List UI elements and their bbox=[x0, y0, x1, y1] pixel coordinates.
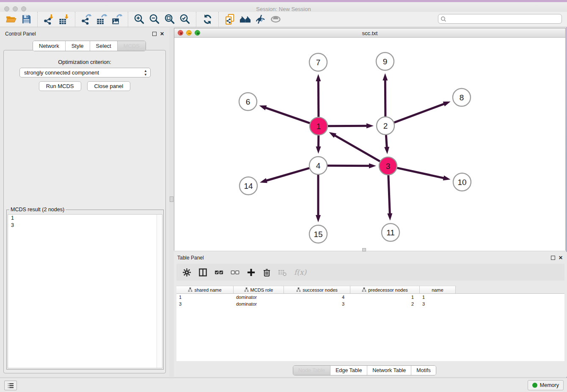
table-tab-motifs[interactable]: Motifs bbox=[411, 366, 435, 375]
zoom-out-button[interactable] bbox=[147, 13, 162, 26]
graph-node-label: 14 bbox=[244, 182, 253, 190]
refresh-icon bbox=[202, 14, 213, 25]
save-session-button[interactable] bbox=[19, 13, 34, 26]
zoom-in-button[interactable] bbox=[132, 13, 147, 26]
control-panel-header: Control Panel ✕ bbox=[0, 28, 169, 40]
task-history-button[interactable] bbox=[4, 381, 17, 390]
select-all-columns-button[interactable] bbox=[215, 269, 223, 276]
table-settings-button[interactable] bbox=[182, 268, 191, 277]
home-icon bbox=[239, 14, 251, 25]
network-view-window: scc.txt 7968124314101511 bbox=[174, 28, 566, 251]
clone-network-button[interactable] bbox=[222, 13, 237, 26]
import-table-icon bbox=[58, 14, 70, 25]
delete-column-button[interactable] bbox=[263, 268, 271, 277]
delete-table-icon bbox=[278, 268, 287, 276]
add-column-button[interactable] bbox=[247, 268, 256, 277]
control-panel-title: Control Panel bbox=[5, 31, 36, 37]
graph-edge-1-6[interactable] bbox=[265, 108, 310, 123]
graph-edge-2-9[interactable] bbox=[385, 79, 385, 116]
table-tab-network-table[interactable]: Network Table bbox=[367, 366, 411, 375]
column-header-mcds-role[interactable]: MCDS role bbox=[234, 286, 284, 294]
network-canvas[interactable]: 7968124314101511 bbox=[174, 38, 565, 251]
float-panel-icon[interactable] bbox=[152, 32, 157, 36]
column-header-predecessor-nodes[interactable]: predecessor nodes bbox=[350, 286, 420, 294]
zoom-selected-icon bbox=[179, 14, 191, 25]
column-type-icon bbox=[362, 287, 366, 292]
tab-select[interactable]: Select bbox=[90, 41, 117, 51]
tab-style[interactable]: Style bbox=[65, 41, 90, 51]
graph-node-label: 3 bbox=[386, 162, 391, 171]
export-network-button[interactable] bbox=[79, 13, 94, 26]
plus-icon bbox=[247, 268, 256, 277]
zoom-selected-button[interactable] bbox=[177, 13, 193, 26]
table-tab-edge-table[interactable]: Edge Table bbox=[330, 366, 367, 375]
search-icon bbox=[440, 16, 446, 22]
eye-slash-icon bbox=[255, 14, 266, 25]
vertical-splitter-handle[interactable] bbox=[362, 248, 366, 251]
column-header-shared-name[interactable]: shared name bbox=[176, 286, 234, 294]
graph-edge-1-2[interactable] bbox=[328, 126, 368, 126]
mcds-result-item[interactable]: 3 bbox=[8, 222, 162, 229]
mcds-result-group: MCDS result (2 nodes) 13 bbox=[6, 210, 164, 370]
export-image-icon bbox=[111, 14, 123, 25]
table-tab-node-table[interactable]: Node Table bbox=[293, 366, 330, 375]
run-mcds-button[interactable]: Run MCDS bbox=[39, 81, 81, 91]
optimization-criterion-select[interactable]: strongly connected component ▲▼ bbox=[19, 68, 151, 77]
show-graphics-details-button[interactable] bbox=[268, 13, 283, 26]
result-scrollbar[interactable] bbox=[157, 215, 162, 368]
memory-button[interactable]: Memory bbox=[528, 380, 564, 390]
mcds-result-item[interactable]: 1 bbox=[8, 215, 162, 222]
search-input[interactable] bbox=[438, 14, 562, 24]
table-panel-header: Table Panel ✕ bbox=[174, 252, 567, 264]
deselect-all-columns-button[interactable] bbox=[231, 269, 239, 276]
delete-table-button[interactable] bbox=[278, 268, 287, 276]
column-header-successor-nodes[interactable]: successor nodes bbox=[284, 286, 350, 294]
graph-edge-3-1[interactable] bbox=[334, 135, 380, 161]
import-network-button[interactable] bbox=[41, 13, 56, 26]
graph-node-label: 9 bbox=[383, 57, 388, 66]
close-panel-icon[interactable]: ✕ bbox=[160, 31, 164, 37]
tab-network[interactable]: Network bbox=[33, 41, 65, 51]
zoom-fit-button[interactable] bbox=[162, 13, 177, 26]
table-row[interactable]: 1dominator411 bbox=[176, 294, 564, 301]
graph-edge-2-3[interactable] bbox=[386, 135, 387, 148]
graph-edge-2-8[interactable] bbox=[394, 104, 445, 123]
graph-edge-arrowhead bbox=[384, 147, 389, 154]
function-builder-button[interactable]: f(x) bbox=[294, 268, 306, 276]
zoom-fit-icon bbox=[164, 14, 176, 25]
table-close-panel-icon[interactable]: ✕ bbox=[559, 255, 563, 261]
home-view-button[interactable] bbox=[237, 13, 253, 26]
search-box bbox=[438, 14, 562, 24]
graph-edge-1-7[interactable] bbox=[318, 80, 319, 117]
graph-edge-3-11[interactable] bbox=[388, 175, 390, 215]
graph-edge-4-14[interactable] bbox=[265, 168, 309, 181]
graph-edge-4-3[interactable] bbox=[328, 166, 370, 166]
horizontal-splitter-handle[interactable] bbox=[170, 196, 173, 202]
hide-graphics-details-button[interactable] bbox=[253, 13, 268, 26]
control-panel-tabs: NetworkStyleSelectMCDS bbox=[33, 41, 146, 51]
mcds-result-items: 13 bbox=[8, 215, 162, 229]
mcds-result-list[interactable]: 13 bbox=[8, 214, 162, 368]
graph-edge-3-10[interactable] bbox=[397, 168, 444, 178]
table-float-panel-icon[interactable] bbox=[551, 256, 555, 260]
column-header-name[interactable]: name bbox=[420, 286, 456, 294]
graph-node-label: 11 bbox=[386, 228, 395, 237]
import-network-icon bbox=[43, 14, 55, 25]
apply-layout-button[interactable] bbox=[200, 13, 215, 26]
trash-icon bbox=[263, 268, 271, 277]
mcds-panel: Optimization criterion: strongly connect… bbox=[3, 50, 166, 373]
import-table-button[interactable] bbox=[56, 13, 72, 26]
table-cell-mcds-role: dominator bbox=[234, 301, 284, 306]
open-session-button[interactable] bbox=[3, 13, 19, 26]
tab-mcds[interactable]: MCDS bbox=[117, 41, 146, 51]
close-panel-button[interactable]: Close panel bbox=[87, 81, 131, 91]
export-table-button[interactable] bbox=[94, 13, 109, 26]
graph-node-label: 7 bbox=[316, 58, 321, 67]
column-type-icon bbox=[296, 287, 301, 292]
graph-node-label: 15 bbox=[314, 230, 322, 239]
table-row[interactable]: 3dominator323 bbox=[176, 301, 564, 307]
optimization-criterion-value: strongly connected component bbox=[24, 69, 99, 76]
toggle-columns-button[interactable] bbox=[198, 268, 207, 277]
zoom-in-icon bbox=[134, 14, 145, 25]
export-image-button[interactable] bbox=[109, 13, 124, 26]
